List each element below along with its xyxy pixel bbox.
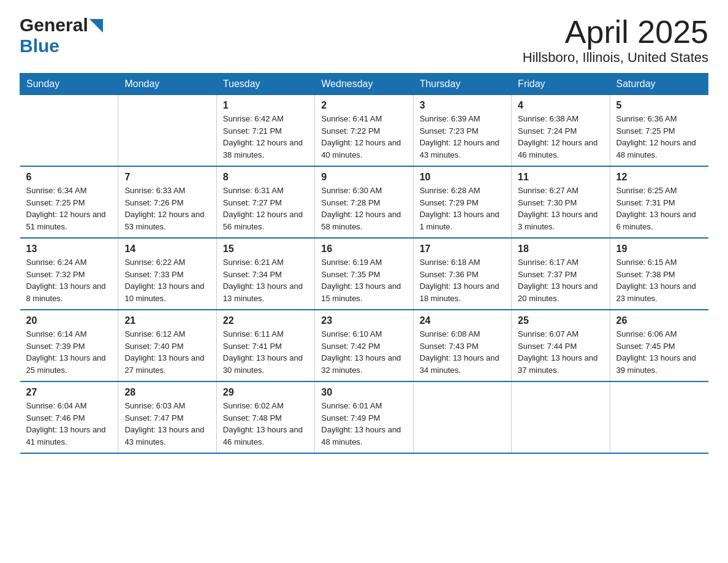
day-info: Sunrise: 6:36 AM Sunset: 7:25 PM Dayligh… [616, 113, 702, 161]
day-number: 13 [26, 243, 112, 255]
day-number: 27 [26, 387, 112, 398]
header-thursday: Thursday [413, 74, 511, 95]
day-number: 28 [124, 387, 210, 398]
header-saturday: Saturday [610, 74, 708, 95]
cell-w3-d6: 18Sunrise: 6:17 AM Sunset: 7:37 PM Dayli… [512, 238, 610, 310]
cell-w4-d4: 23Sunrise: 6:10 AM Sunset: 7:42 PM Dayli… [315, 310, 413, 381]
day-info: Sunrise: 6:31 AM Sunset: 7:27 PM Dayligh… [223, 185, 308, 232]
day-info: Sunrise: 6:10 AM Sunset: 7:42 PM Dayligh… [321, 328, 406, 376]
day-info: Sunrise: 6:24 AM Sunset: 7:32 PM Dayligh… [26, 256, 112, 304]
day-number: 7 [124, 172, 210, 183]
svg-marker-0 [89, 19, 103, 33]
day-number: 26 [616, 315, 702, 326]
week-row-4: 20Sunrise: 6:14 AM Sunset: 7:39 PM Dayli… [20, 310, 708, 381]
calendar-header: SundayMondayTuesdayWednesdayThursdayFrid… [20, 74, 708, 95]
cell-w5-d3: 29Sunrise: 6:02 AM Sunset: 7:48 PM Dayli… [216, 381, 314, 453]
title-section: April 2025 Hillsboro, Illinois, United S… [523, 15, 708, 66]
cell-w2-d4: 9Sunrise: 6:30 AM Sunset: 7:28 PM Daylig… [315, 166, 413, 238]
day-number: 2 [321, 100, 406, 111]
header-sunday: Sunday [20, 74, 118, 95]
cell-w5-d7 [610, 381, 708, 453]
cell-w3-d3: 15Sunrise: 6:21 AM Sunset: 7:34 PM Dayli… [216, 238, 314, 310]
header-monday: Monday [118, 74, 216, 95]
day-number: 14 [124, 243, 210, 255]
day-info: Sunrise: 6:34 AM Sunset: 7:25 PM Dayligh… [26, 185, 112, 232]
day-info: Sunrise: 6:01 AM Sunset: 7:49 PM Dayligh… [321, 400, 406, 448]
cell-w1-d7: 5Sunrise: 6:36 AM Sunset: 7:25 PM Daylig… [610, 95, 708, 167]
day-info: Sunrise: 6:08 AM Sunset: 7:43 PM Dayligh… [420, 328, 505, 376]
week-row-5: 27Sunrise: 6:04 AM Sunset: 7:46 PM Dayli… [20, 381, 708, 453]
day-number: 19 [616, 243, 702, 255]
header-wednesday: Wednesday [315, 74, 413, 95]
day-info: Sunrise: 6:33 AM Sunset: 7:26 PM Dayligh… [124, 185, 210, 232]
day-info: Sunrise: 6:38 AM Sunset: 7:24 PM Dayligh… [518, 113, 603, 161]
day-number: 18 [518, 243, 603, 255]
cell-w5-d1: 27Sunrise: 6:04 AM Sunset: 7:46 PM Dayli… [20, 381, 118, 453]
day-info: Sunrise: 6:17 AM Sunset: 7:37 PM Dayligh… [518, 256, 603, 304]
day-number: 20 [26, 315, 112, 326]
cell-w5-d4: 30Sunrise: 6:01 AM Sunset: 7:49 PM Dayli… [315, 381, 413, 453]
cell-w2-d3: 8Sunrise: 6:31 AM Sunset: 7:27 PM Daylig… [216, 166, 314, 238]
day-number: 22 [223, 315, 308, 326]
day-info: Sunrise: 6:12 AM Sunset: 7:40 PM Dayligh… [124, 328, 210, 376]
day-number: 25 [518, 315, 603, 326]
logo: General Blue [20, 15, 103, 56]
day-info: Sunrise: 6:25 AM Sunset: 7:31 PM Dayligh… [616, 185, 702, 232]
cell-w1-d2 [118, 95, 216, 167]
day-number: 16 [321, 243, 406, 255]
cell-w4-d2: 21Sunrise: 6:12 AM Sunset: 7:40 PM Dayli… [118, 310, 216, 381]
cell-w2-d1: 6Sunrise: 6:34 AM Sunset: 7:25 PM Daylig… [20, 166, 118, 238]
header-tuesday: Tuesday [216, 74, 314, 95]
location-title: Hillsboro, Illinois, United States [523, 50, 708, 66]
cell-w3-d2: 14Sunrise: 6:22 AM Sunset: 7:33 PM Dayli… [118, 238, 216, 310]
week-row-1: 1Sunrise: 6:42 AM Sunset: 7:21 PM Daylig… [20, 95, 708, 167]
day-info: Sunrise: 6:04 AM Sunset: 7:46 PM Dayligh… [26, 400, 112, 448]
day-number: 12 [616, 172, 702, 183]
cell-w1-d4: 2Sunrise: 6:41 AM Sunset: 7:22 PM Daylig… [315, 95, 413, 167]
day-number: 15 [223, 243, 308, 255]
calendar-body: 1Sunrise: 6:42 AM Sunset: 7:21 PM Daylig… [20, 95, 708, 454]
cell-w4-d3: 22Sunrise: 6:11 AM Sunset: 7:41 PM Dayli… [216, 310, 314, 381]
day-number: 10 [420, 172, 505, 183]
day-headers-row: SundayMondayTuesdayWednesdayThursdayFrid… [20, 74, 708, 95]
day-info: Sunrise: 6:06 AM Sunset: 7:45 PM Dayligh… [616, 328, 702, 376]
week-row-2: 6Sunrise: 6:34 AM Sunset: 7:25 PM Daylig… [20, 166, 708, 238]
cell-w1-d3: 1Sunrise: 6:42 AM Sunset: 7:21 PM Daylig… [216, 95, 314, 167]
day-number: 8 [223, 172, 308, 183]
day-number: 4 [518, 100, 603, 111]
day-info: Sunrise: 6:14 AM Sunset: 7:39 PM Dayligh… [26, 328, 112, 376]
cell-w2-d2: 7Sunrise: 6:33 AM Sunset: 7:26 PM Daylig… [118, 166, 216, 238]
day-number: 9 [321, 172, 406, 183]
day-info: Sunrise: 6:02 AM Sunset: 7:48 PM Dayligh… [223, 400, 308, 448]
header: General Blue April 2025 Hillsboro, Illin… [20, 15, 708, 66]
day-info: Sunrise: 6:39 AM Sunset: 7:23 PM Dayligh… [420, 113, 505, 161]
day-info: Sunrise: 6:27 AM Sunset: 7:30 PM Dayligh… [518, 185, 603, 232]
cell-w3-d4: 16Sunrise: 6:19 AM Sunset: 7:35 PM Dayli… [315, 238, 413, 310]
cell-w1-d1 [20, 95, 118, 167]
day-info: Sunrise: 6:19 AM Sunset: 7:35 PM Dayligh… [321, 256, 406, 304]
cell-w4-d5: 24Sunrise: 6:08 AM Sunset: 7:43 PM Dayli… [413, 310, 511, 381]
cell-w4-d6: 25Sunrise: 6:07 AM Sunset: 7:44 PM Dayli… [512, 310, 610, 381]
day-info: Sunrise: 6:21 AM Sunset: 7:34 PM Dayligh… [223, 256, 308, 304]
day-info: Sunrise: 6:41 AM Sunset: 7:22 PM Dayligh… [321, 113, 406, 161]
day-number: 24 [420, 315, 505, 326]
cell-w5-d6 [512, 381, 610, 453]
cell-w5-d2: 28Sunrise: 6:03 AM Sunset: 7:47 PM Dayli… [118, 381, 216, 453]
week-row-3: 13Sunrise: 6:24 AM Sunset: 7:32 PM Dayli… [20, 238, 708, 310]
day-number: 5 [616, 100, 702, 111]
day-number: 6 [26, 172, 112, 183]
logo-general-text: General [20, 15, 88, 36]
day-number: 1 [223, 100, 308, 111]
cell-w3-d7: 19Sunrise: 6:15 AM Sunset: 7:38 PM Dayli… [610, 238, 708, 310]
day-number: 3 [420, 100, 505, 111]
day-info: Sunrise: 6:30 AM Sunset: 7:28 PM Dayligh… [321, 185, 406, 232]
cell-w3-d1: 13Sunrise: 6:24 AM Sunset: 7:32 PM Dayli… [20, 238, 118, 310]
cell-w2-d6: 11Sunrise: 6:27 AM Sunset: 7:30 PM Dayli… [512, 166, 610, 238]
header-friday: Friday [512, 74, 610, 95]
cell-w2-d5: 10Sunrise: 6:28 AM Sunset: 7:29 PM Dayli… [413, 166, 511, 238]
day-info: Sunrise: 6:15 AM Sunset: 7:38 PM Dayligh… [616, 256, 702, 304]
day-number: 30 [321, 387, 406, 398]
cell-w4-d7: 26Sunrise: 6:06 AM Sunset: 7:45 PM Dayli… [610, 310, 708, 381]
cell-w4-d1: 20Sunrise: 6:14 AM Sunset: 7:39 PM Dayli… [20, 310, 118, 381]
day-info: Sunrise: 6:03 AM Sunset: 7:47 PM Dayligh… [124, 400, 210, 448]
